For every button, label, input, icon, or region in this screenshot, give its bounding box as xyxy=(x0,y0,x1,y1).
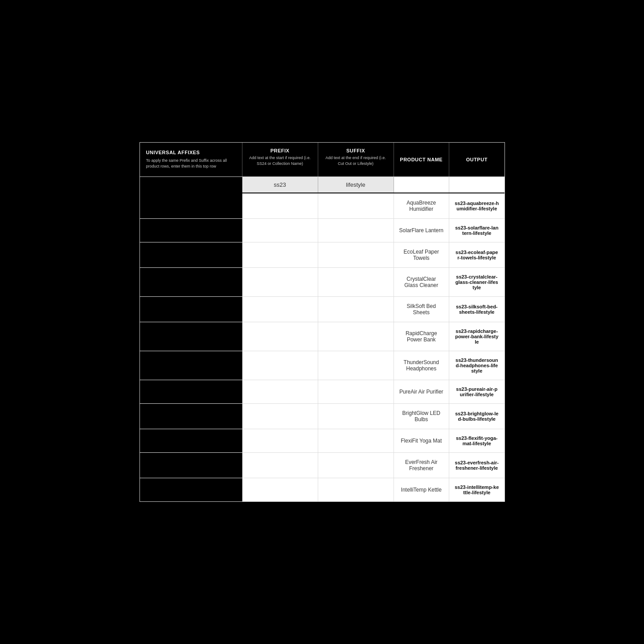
row-prefix-cell[interactable] xyxy=(242,219,318,242)
product-name-text: EcoLeaf Paper Towels xyxy=(399,249,444,261)
affixes-product-name-cell xyxy=(394,177,450,193)
product-name-label: PRODUCT NAME xyxy=(400,157,443,162)
row-label-cell xyxy=(140,351,242,380)
output-text: ss23-rapidcharge-power-bank-lifestyle xyxy=(455,328,499,345)
product-name-text: PureAir Air Purifier xyxy=(399,389,443,395)
output-text: ss23-intellitemp-kettle-lifestyle xyxy=(455,484,499,495)
affixes-prefix-input-cell[interactable]: ss23 xyxy=(242,177,318,193)
row-output-cell: ss23-thundersound-headphones-lifestyle xyxy=(449,351,505,380)
data-rows-container: AquaBreeze Humidifier ss23-aquabreeze-hu… xyxy=(140,193,505,501)
output-label: OUTPUT xyxy=(466,157,488,162)
row-prefix-cell[interactable] xyxy=(242,242,318,267)
output-text: ss23-pureair-air-purifier-lifestyle xyxy=(455,386,499,397)
row-suffix-cell[interactable] xyxy=(318,268,394,296)
product-name-text: IntelliTemp Kettle xyxy=(401,487,442,493)
header-row: UNIVERSAL AFFIXES To apply the same Pref… xyxy=(140,143,505,176)
product-name-text: ThunderSound Headphones xyxy=(399,359,444,372)
row-product-name-cell: CrystalClear Glass Cleaner xyxy=(394,268,450,296)
output-text: ss23-thundersound-headphones-lifestyle xyxy=(455,357,499,373)
prefix-desc: Add text at the start if required (i.e. … xyxy=(247,155,313,166)
output-text: ss23-everfresh-air-freshener-lifestyle xyxy=(455,460,499,471)
affixes-prefix-value: ss23 xyxy=(274,181,286,188)
row-suffix-cell[interactable] xyxy=(318,297,394,322)
row-suffix-cell[interactable] xyxy=(318,193,394,218)
row-prefix-cell[interactable] xyxy=(242,380,318,403)
row-output-cell: ss23-brightglow-led-bulbs-lifestyle xyxy=(449,404,505,429)
row-product-name-cell: SilkSoft Bed Sheets xyxy=(394,297,450,322)
affixes-output-cell xyxy=(449,177,505,193)
row-label-cell xyxy=(140,404,242,429)
affixes-input-row: ss23 lifestyle xyxy=(140,177,505,193)
row-label-cell xyxy=(140,429,242,452)
product-name-text: RapidCharge Power Bank xyxy=(399,330,444,343)
output-text: ss23-brightglow-led-bulbs-lifestyle xyxy=(455,411,499,422)
row-prefix-cell[interactable] xyxy=(242,453,318,478)
page-wrapper: UNIVERSAL AFFIXES To apply the same Pref… xyxy=(0,0,644,644)
row-suffix-cell[interactable] xyxy=(318,404,394,429)
row-suffix-cell[interactable] xyxy=(318,429,394,452)
product-name-text: EverFresh Air Freshener xyxy=(399,459,444,472)
row-output-cell: ss23-ecoleaf-paper-towels-lifestyle xyxy=(449,242,505,267)
product-name-text: CrystalClear Glass Cleaner xyxy=(399,276,444,288)
table-row: BrightGlow LED Bulbs ss23-brightglow-led… xyxy=(140,404,505,429)
table-row: SolarFlare Lantern ss23-solarflare-lante… xyxy=(140,219,505,242)
main-table: UNIVERSAL AFFIXES To apply the same Pref… xyxy=(139,142,505,501)
row-product-name-cell: IntelliTemp Kettle xyxy=(394,478,450,501)
product-name-header: PRODUCT NAME xyxy=(394,143,450,176)
row-prefix-cell[interactable] xyxy=(242,478,318,501)
row-prefix-cell[interactable] xyxy=(242,322,318,351)
table-row: EverFresh Air Freshener ss23-everfresh-a… xyxy=(140,453,505,478)
universal-affixes-desc: To apply the same Prefix and Suffix acro… xyxy=(146,158,236,169)
row-prefix-cell[interactable] xyxy=(242,351,318,380)
table-row: PureAir Air Purifier ss23-pureair-air-pu… xyxy=(140,380,505,404)
row-output-cell: ss23-crystalclear-glass-cleaner-lifestyl… xyxy=(449,268,505,296)
row-suffix-cell[interactable] xyxy=(318,242,394,267)
universal-affixes-title: UNIVERSAL AFFIXES xyxy=(146,150,200,155)
table-row: SilkSoft Bed Sheets ss23-silksoft-bed-sh… xyxy=(140,297,505,322)
row-suffix-cell[interactable] xyxy=(318,380,394,403)
row-output-cell: ss23-everfresh-air-freshener-lifestyle xyxy=(449,453,505,478)
table-row: RapidCharge Power Bank ss23-rapidcharge-… xyxy=(140,322,505,351)
row-label-cell xyxy=(140,322,242,351)
row-product-name-cell: FlexiFit Yoga Mat xyxy=(394,429,450,452)
table-row: IntelliTemp Kettle ss23-intellitemp-kett… xyxy=(140,478,505,501)
output-text: ss23-ecoleaf-paper-towels-lifestyle xyxy=(455,250,499,260)
row-suffix-cell[interactable] xyxy=(318,453,394,478)
product-name-text: AquaBreeze Humidifier xyxy=(399,200,444,212)
prefix-header: PREFIX Add text at the start if required… xyxy=(242,143,318,176)
row-label-cell xyxy=(140,219,242,242)
row-prefix-cell[interactable] xyxy=(242,429,318,452)
row-output-cell: ss23-solarflare-lantern-lifestyle xyxy=(449,219,505,242)
row-prefix-cell[interactable] xyxy=(242,404,318,429)
affixes-suffix-input-cell[interactable]: lifestyle xyxy=(318,177,394,193)
row-label-cell xyxy=(140,268,242,296)
output-text: ss23-solarflare-lantern-lifestyle xyxy=(455,225,499,236)
row-output-cell: ss23-flexifit-yoga-mat-lifestyle xyxy=(449,429,505,452)
row-prefix-cell[interactable] xyxy=(242,297,318,322)
affixes-suffix-value: lifestyle xyxy=(346,181,365,188)
row-suffix-cell[interactable] xyxy=(318,478,394,501)
row-label-cell xyxy=(140,297,242,322)
row-prefix-cell[interactable] xyxy=(242,193,318,218)
affixes-label-cell xyxy=(140,177,242,193)
product-name-text: BrightGlow LED Bulbs xyxy=(399,410,444,422)
prefix-title: PREFIX xyxy=(271,148,290,153)
row-output-cell: ss23-rapidcharge-power-bank-lifestyle xyxy=(449,322,505,351)
table-row: AquaBreeze Humidifier ss23-aquabreeze-hu… xyxy=(140,193,505,219)
table-row: ThunderSound Headphones ss23-thundersoun… xyxy=(140,351,505,380)
row-product-name-cell: PureAir Air Purifier xyxy=(394,380,450,403)
row-suffix-cell[interactable] xyxy=(318,219,394,242)
product-name-text: SolarFlare Lantern xyxy=(399,227,443,234)
row-output-cell: ss23-silksoft-bed-sheets-lifestyle xyxy=(449,297,505,322)
row-suffix-cell[interactable] xyxy=(318,322,394,351)
table-row: FlexiFit Yoga Mat ss23-flexifit-yoga-mat… xyxy=(140,429,505,453)
suffix-desc: Add text at the end if required (i.e. Cu… xyxy=(323,155,389,166)
row-prefix-cell[interactable] xyxy=(242,268,318,296)
row-label-cell xyxy=(140,242,242,267)
row-output-cell: ss23-intellitemp-kettle-lifestyle xyxy=(449,478,505,501)
suffix-title: SUFFIX xyxy=(346,148,365,153)
row-suffix-cell[interactable] xyxy=(318,351,394,380)
product-name-text: FlexiFit Yoga Mat xyxy=(401,438,442,444)
row-label-cell xyxy=(140,380,242,403)
row-label-cell xyxy=(140,193,242,218)
